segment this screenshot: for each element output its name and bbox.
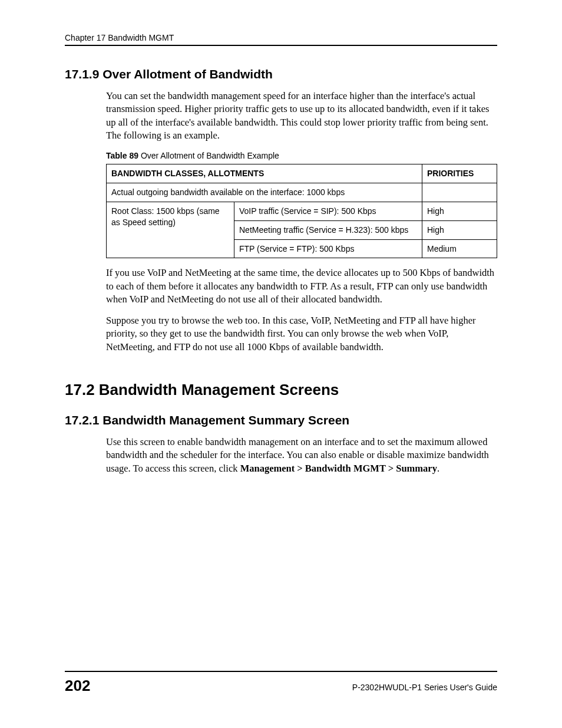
cell-ftp-priority: Medium <box>422 239 497 258</box>
paragraph: Suppose you try to browse the web too. I… <box>106 314 497 354</box>
table-row: Actual outgoing bandwidth available on t… <box>107 183 497 202</box>
table-89: BANDWIDTH CLASSES, ALLOTMENTS PRIORITIES… <box>106 164 497 258</box>
table-header-row: BANDWIDTH CLASSES, ALLOTMENTS PRIORITIES <box>107 164 497 183</box>
body-17-2-1: Use this screen to enable bandwidth mana… <box>106 436 497 475</box>
body-17-1-9: You can set the bandwidth management spe… <box>106 90 497 354</box>
cell-voip: VoIP traffic (Service = SIP): 500 Kbps <box>234 202 422 220</box>
running-header: Chapter 17 Bandwidth MGMT <box>65 33 497 46</box>
nav-path: Management > Bandwidth MGMT > Summary <box>240 463 437 474</box>
heading-17-2: 17.2 Bandwidth Management Screens <box>65 381 497 399</box>
cell-netmeeting-priority: High <box>422 220 497 239</box>
page: Chapter 17 Bandwidth MGMT 17.1.9 Over Al… <box>0 0 562 728</box>
heading-17-2-1: 17.2.1 Bandwidth Management Summary Scre… <box>65 413 497 427</box>
cell-root-class: Root Class: 1500 kbps (same as Speed set… <box>107 202 234 258</box>
table-title: Over Allotment of Bandwidth Example <box>138 151 279 160</box>
col-header-priorities: PRIORITIES <box>422 164 497 183</box>
cell-ftp: FTP (Service = FTP): 500 Kbps <box>234 239 422 258</box>
table-89-caption: Table 89 Over Allotment of Bandwidth Exa… <box>106 150 497 162</box>
page-footer: 202 P-2302HWUDL-P1 Series User's Guide <box>65 671 497 695</box>
paragraph: You can set the bandwidth management spe… <box>106 90 497 142</box>
cell-actual-bandwidth: Actual outgoing bandwidth available on t… <box>107 183 422 202</box>
table-row: Root Class: 1500 kbps (same as Speed set… <box>107 202 497 220</box>
heading-17-1-9: 17.1.9 Over Allotment of Bandwidth <box>65 67 497 81</box>
text-run: . <box>437 463 439 474</box>
cell-voip-priority: High <box>422 202 497 220</box>
col-header-classes: BANDWIDTH CLASSES, ALLOTMENTS <box>107 164 422 183</box>
paragraph: Use this screen to enable bandwidth mana… <box>106 436 497 475</box>
table-label: Table 89 <box>106 151 138 160</box>
cell-netmeeting: NetMeeting traffic (Service = H.323): 50… <box>234 220 422 239</box>
cell-empty <box>422 183 497 202</box>
guide-title: P-2302HWUDL-P1 Series User's Guide <box>352 683 497 692</box>
paragraph: If you use VoIP and NetMeeting at the sa… <box>106 266 497 306</box>
page-number: 202 <box>65 677 90 695</box>
